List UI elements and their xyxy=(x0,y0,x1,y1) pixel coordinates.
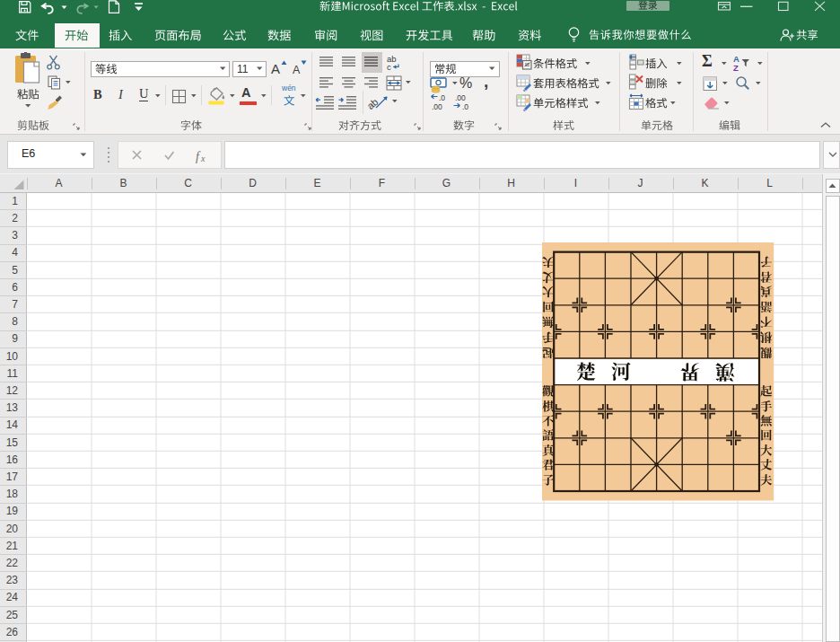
svg-text:.00: .00 xyxy=(432,102,442,111)
svg-text:A: A xyxy=(293,64,301,76)
svg-text:c: c xyxy=(387,62,391,72)
svg-text:.0: .0 xyxy=(462,102,468,111)
svg-text:.00: .00 xyxy=(455,93,466,102)
svg-text:A: A xyxy=(271,61,280,76)
svg-text:Z: Z xyxy=(733,63,739,73)
svg-text:x: x xyxy=(200,154,206,163)
svg-text:.0: .0 xyxy=(439,93,445,102)
